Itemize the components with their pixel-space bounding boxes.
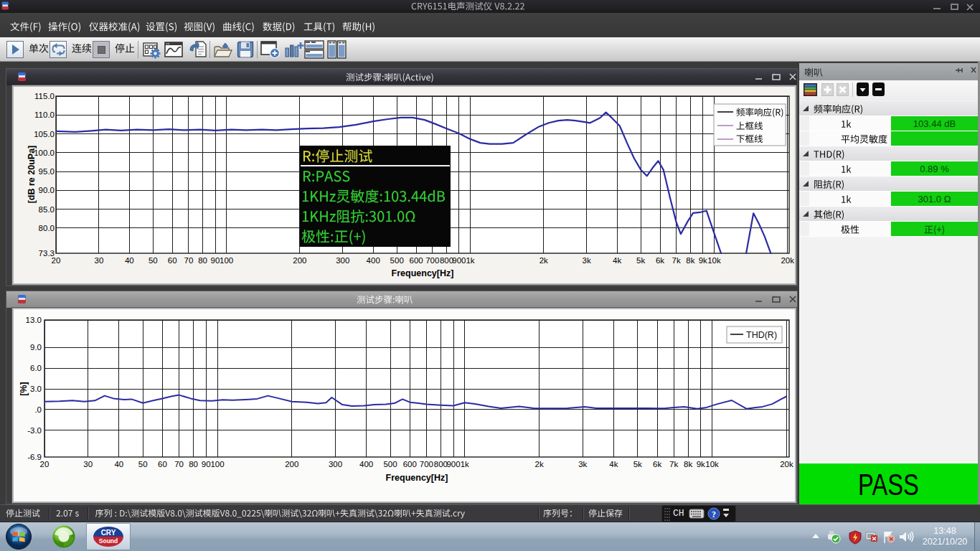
svg-text:600: 600	[403, 460, 417, 468]
svg-text:50: 50	[138, 460, 148, 468]
svg-text:30: 30	[83, 460, 93, 468]
svg-text:100: 100	[220, 256, 233, 265]
svg-text:200: 200	[285, 460, 298, 468]
svg-text:90: 90	[202, 460, 211, 468]
svg-text:3k: 3k	[583, 256, 591, 265]
svg-text:90.0: 90.0	[39, 186, 55, 194]
svg-text:110.0: 110.0	[34, 110, 55, 119]
svg-text:8k: 8k	[686, 256, 694, 265]
svg-text:[dB re 20uPa]: [dB re 20uPa]	[27, 146, 37, 204]
svg-text:[%]: [%]	[19, 382, 29, 395]
svg-text:95.0: 95.0	[39, 167, 55, 176]
svg-text:10k: 10k	[707, 256, 721, 265]
svg-text:CRY: CRY	[101, 529, 116, 537]
svg-text:500: 500	[383, 460, 397, 468]
svg-text:600: 600	[410, 256, 423, 265]
svg-text:115.0: 115.0	[34, 92, 55, 100]
svg-text:300: 300	[329, 460, 342, 468]
svg-text:?: ?	[712, 509, 716, 519]
svg-text:300: 300	[336, 256, 349, 265]
svg-text:200: 200	[293, 256, 306, 265]
svg-text:5k: 5k	[633, 460, 642, 468]
svg-text:20k: 20k	[780, 460, 793, 468]
svg-text:80: 80	[198, 256, 207, 265]
svg-text:-3.0: -3.0	[27, 426, 42, 435]
svg-text:800: 800	[434, 460, 448, 468]
svg-text:8k: 8k	[684, 460, 692, 468]
svg-text:Sound: Sound	[99, 537, 118, 545]
svg-text:4k: 4k	[609, 460, 618, 468]
svg-text:80.0: 80.0	[39, 224, 55, 232]
svg-text:3k: 3k	[578, 460, 587, 468]
svg-text:500: 500	[390, 256, 404, 265]
svg-text:100: 100	[210, 460, 224, 468]
svg-text:1k: 1k	[466, 256, 474, 265]
svg-text:3.0: 3.0	[30, 385, 42, 393]
svg-text:50: 50	[149, 256, 158, 265]
svg-text:6k: 6k	[656, 256, 664, 265]
svg-text:9.0: 9.0	[30, 343, 42, 352]
svg-text:20k: 20k	[781, 256, 794, 265]
svg-text:1k: 1k	[461, 460, 469, 468]
svg-text:900: 900	[452, 256, 466, 265]
svg-text:6.0: 6.0	[30, 364, 42, 372]
svg-text:6k: 6k	[653, 460, 661, 468]
svg-text:.0: .0	[34, 405, 42, 414]
svg-text:THD(R): THD(R)	[746, 330, 777, 340]
svg-text:60: 60	[168, 256, 177, 265]
svg-text:70: 70	[184, 256, 194, 265]
svg-text:9k: 9k	[697, 460, 705, 468]
svg-text:400: 400	[359, 460, 373, 468]
svg-text:5k: 5k	[636, 256, 645, 265]
svg-text:85.0: 85.0	[39, 205, 55, 214]
svg-text:13.0: 13.0	[26, 316, 42, 324]
svg-text:Frequency[Hz]: Frequency[Hz]	[392, 268, 454, 278]
svg-text:90: 90	[211, 256, 220, 265]
svg-text:105.0: 105.0	[34, 130, 55, 138]
svg-text:80: 80	[189, 460, 198, 468]
svg-text:4k: 4k	[613, 256, 621, 265]
svg-text:40: 40	[125, 256, 134, 265]
svg-text:7k: 7k	[669, 460, 678, 468]
svg-text:700: 700	[420, 460, 433, 468]
svg-text:900: 900	[446, 460, 460, 468]
svg-text:40: 40	[114, 460, 123, 468]
svg-text:60: 60	[158, 460, 167, 468]
svg-text:7k: 7k	[672, 256, 681, 265]
svg-text:400: 400	[367, 256, 380, 265]
svg-text:700: 700	[425, 256, 439, 265]
svg-text:10k: 10k	[705, 460, 719, 468]
svg-text:20: 20	[52, 256, 61, 265]
svg-text:30: 30	[95, 256, 104, 265]
svg-text:20: 20	[40, 460, 50, 468]
svg-text:2k: 2k	[540, 256, 548, 265]
svg-text:2k: 2k	[535, 460, 544, 468]
svg-text:9k: 9k	[699, 256, 707, 265]
svg-text:70: 70	[174, 460, 184, 468]
svg-text:100.0: 100.0	[34, 149, 55, 157]
svg-text:Frequency[Hz]: Frequency[Hz]	[386, 473, 448, 483]
svg-text:800: 800	[440, 256, 453, 265]
